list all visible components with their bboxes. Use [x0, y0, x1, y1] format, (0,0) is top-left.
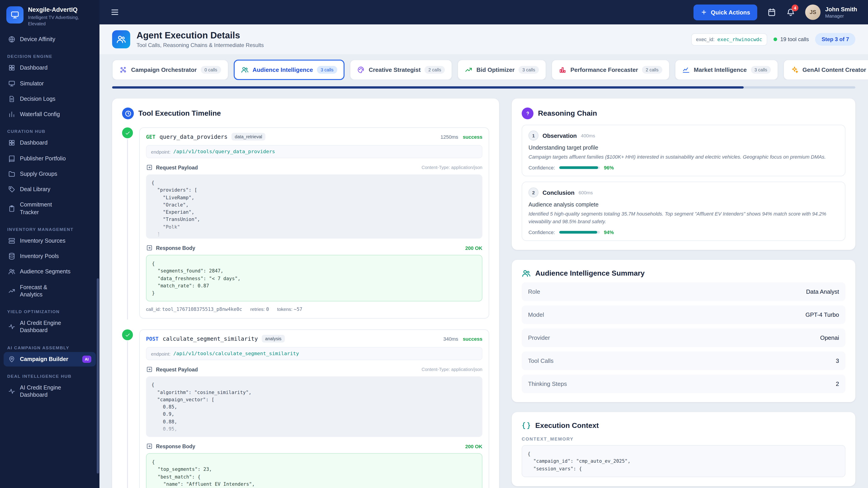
sidebar-item-inventory-sources[interactable]: Inventory Sources [4, 234, 96, 248]
book-icon [8, 155, 16, 162]
clipboard-icon [8, 205, 16, 212]
step-duration: 600ms [579, 190, 593, 195]
notification-badge: 4 [792, 4, 798, 11]
status-dot [774, 37, 777, 41]
summary-row-label: Tool Calls [528, 357, 554, 364]
stack-icon [8, 237, 16, 245]
page-header-meta: exec_id: exec_rhwinocwdc 19 tool calls S… [691, 33, 855, 46]
agent-tabs: Campaign Orchestrator0 callsAudience Int… [99, 54, 868, 80]
clock-icon [122, 107, 134, 119]
sidebar-item-ai-credit-engine-dashboard[interactable]: AI Credit Engine Dashboard [4, 381, 96, 402]
request-payload-label: Request Payload [156, 367, 198, 372]
sidebar-item-label: Waterfall Config [20, 111, 60, 118]
agent-tab-label: Creative Strategist [369, 66, 421, 73]
agent-tab-campaign-orchestrator[interactable]: Campaign Orchestrator0 calls [112, 60, 228, 80]
timeline-title-row: Tool Execution Timeline [122, 107, 489, 119]
menu-icon[interactable] [110, 8, 119, 17]
sidebar-item-waterfall-config[interactable]: Waterfall Config [4, 107, 96, 122]
reasoning-step: 2 Conclusion 600ms Audience analysis com… [522, 182, 845, 241]
sidebar-section-title: INVENTORY MANAGEMENT [7, 227, 92, 232]
sidebar-item-inventory-pools[interactable]: Inventory Pools [4, 249, 96, 264]
palette-icon [357, 66, 365, 74]
sidebar-item-supply-groups[interactable]: Supply Groups [4, 167, 96, 182]
sidebar-item-dashboard[interactable]: Dashboard [4, 136, 96, 151]
tool-calls-summary: 19 tool calls [774, 36, 809, 42]
calendar-icon[interactable] [767, 8, 776, 17]
bars-icon [8, 111, 16, 118]
confidence-bar-fill [559, 166, 598, 169]
bell-icon[interactable]: 4 [786, 8, 795, 17]
tool-call-item: POST calculate_segment_similarity analys… [122, 330, 489, 488]
grid-icon [8, 139, 16, 147]
tool-call-header[interactable]: POST calculate_segment_similarity analys… [140, 330, 489, 343]
agent-tab-call-count: 0 calls [201, 66, 221, 74]
sidebar-item-deal-library[interactable]: Deal Library [4, 182, 96, 197]
timeline-gutter [122, 127, 133, 319]
users-icon [241, 66, 248, 74]
topbar-actions: Quick Actions 4 JS John Smith Manager [694, 4, 857, 20]
http-method: POST [146, 336, 158, 342]
tool-name: calculate_segment_similarity [162, 335, 258, 342]
step-detail: Campaign targets affluent families ($100… [528, 153, 839, 161]
call-duration: 340ms [443, 336, 458, 341]
sidebar-item-campaign-builder[interactable]: Campaign BuilderAI [4, 352, 96, 366]
sidebar-item-audience-segments[interactable]: Audience Segments [4, 265, 96, 279]
globe-icon [8, 36, 16, 43]
chartbar-icon [559, 66, 566, 74]
app-root: Nexgile-AdvertIQ Intelligent TV Advertis… [0, 0, 868, 488]
agent-tab-genai-content-creator[interactable]: GenAI Content Creator3 calls [783, 60, 868, 80]
sidebar-item-label: Device Affinity [20, 36, 55, 43]
user-role: Manager [825, 13, 857, 19]
database-icon [8, 253, 16, 260]
sidebar-item-dashboard[interactable]: Dashboard [4, 61, 96, 75]
endpoint-path: /api/v1/tools/calculate_segment_similari… [173, 351, 299, 357]
timeline-list: GET query_data_providers data_retrieval … [122, 127, 489, 488]
sidebar-item-commitment-tracker[interactable]: Commitment Tracker [4, 198, 96, 220]
confidence-bar [559, 166, 600, 169]
agent-tab-bid-optimizer[interactable]: Bid Optimizer3 calls [458, 60, 546, 80]
sidebar-section-title: CURATION HUB [7, 129, 92, 134]
grid-icon [8, 64, 16, 72]
content: Agent Execution Details Tool Calls, Reas… [99, 24, 868, 488]
response-status: 200 OK [465, 245, 483, 251]
check-circle-icon [122, 330, 133, 340]
sidebar-scrollbar-thumb[interactable] [97, 278, 99, 473]
sidebar-item-label: Commitment Tracker [20, 201, 70, 216]
quick-actions-button[interactable]: Quick Actions [694, 4, 757, 20]
agent-tab-audience-intelligence[interactable]: Audience Intelligence3 calls [234, 60, 344, 80]
sidebar-item-ai-credit-engine-dashboard[interactable]: AI Credit Engine Dashboard [4, 316, 96, 338]
sidebar-item-publisher-portfolio[interactable]: Publisher Portfolio [4, 151, 96, 166]
tool-category-tag: data_retrieval [232, 133, 266, 140]
sidebar-item-forecast-analytics[interactable]: Forecast & Analytics [4, 280, 96, 302]
agent-tab-call-count: 2 calls [425, 66, 445, 74]
trend-icon [8, 287, 16, 295]
summary-row-label: Model [528, 311, 544, 318]
agent-tab-creative-strategist[interactable]: Creative Strategist2 calls [350, 60, 452, 80]
response-body-code: { "top_segments": 23, "best_match": { "n… [146, 453, 483, 488]
content-type-label: Content-Type: application/json [422, 367, 483, 372]
summary-row-label: Provider [528, 334, 550, 341]
quick-actions-label: Quick Actions [711, 9, 750, 15]
progress-fill [112, 86, 744, 89]
sidebar-item-device-affinity[interactable]: Device Affinity [4, 32, 96, 47]
agent-tab-performance-forecaster[interactable]: Performance Forecaster2 calls [551, 60, 669, 80]
endpoint-label: endpoint: [151, 149, 170, 154]
summary-row-tool-calls: Tool Calls3 [522, 352, 845, 370]
tool-call-header[interactable]: GET query_data_providers data_retrieval … [140, 128, 489, 140]
agent-tab-market-intelligence[interactable]: Market Intelligence3 calls [675, 60, 778, 80]
summary-row-value: 3 [836, 357, 839, 364]
call-status-group: 340ms success [443, 336, 483, 341]
execution-context-card: Execution Context CONTEXT_MEMORY { "camp… [512, 412, 855, 486]
step-badge: Step 3 of 7 [815, 33, 855, 46]
tool-calls-count: 19 tool calls [780, 36, 809, 42]
user-menu[interactable]: JS John Smith Manager [805, 4, 857, 20]
chartline-icon [682, 66, 690, 74]
endpoint-label: endpoint: [151, 351, 170, 357]
response-arrow-icon [146, 245, 153, 251]
request-body-code: { "providers": [ "LiveRamp", "Oracle", "… [146, 174, 483, 238]
sidebar-item-decision-logs[interactable]: Decision Logs [4, 92, 96, 106]
tool-call-body: endpoint: /api/v1/tools/calculate_segmen… [140, 343, 489, 488]
summary-row-label: Role [528, 288, 540, 295]
summary-row-value: GPT-4 Turbo [805, 311, 839, 318]
sidebar-item-simulator[interactable]: Simulator [4, 76, 96, 91]
